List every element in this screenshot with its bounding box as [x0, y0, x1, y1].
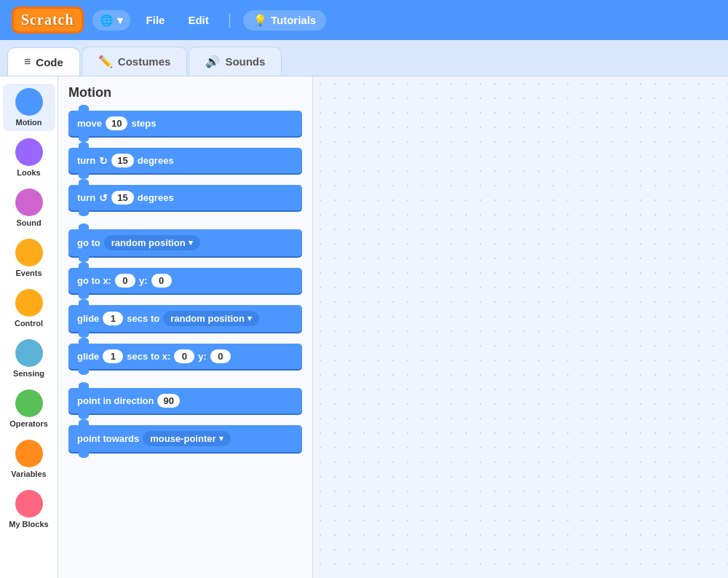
- goto-random-dropdown[interactable]: random position: [104, 235, 200, 250]
- looks-circle: [15, 138, 43, 166]
- variables-circle: [15, 440, 43, 467]
- point-direction-input[interactable]: 90: [157, 394, 179, 408]
- edit-menu-button[interactable]: Edit: [181, 9, 215, 31]
- point-direction-text: point in direction: [77, 395, 154, 406]
- sound-circle: [15, 189, 43, 216]
- glide-random-text: glide: [77, 313, 99, 324]
- goto-xy-text: go to x:: [77, 275, 111, 286]
- sidebar-item-operators[interactable]: Operators: [3, 385, 55, 432]
- tab-code[interactable]: ≡ Code: [7, 47, 80, 76]
- glide-xy-y-text: y:: [198, 351, 207, 362]
- block-group-goto-random: go to random position: [68, 229, 302, 261]
- sounds-tab-label: Sounds: [225, 55, 265, 68]
- turn-cw-text: turn: [77, 155, 95, 166]
- main-layout: Motion Looks Sound Events Control Sensin…: [0, 76, 728, 578]
- myblocks-circle: [15, 490, 43, 518]
- turn-ccw-input[interactable]: 15: [111, 191, 133, 205]
- motion-label: Motion: [15, 118, 41, 127]
- blocks-panel: Motion move 10 steps turn ↻ 15 degrees t…: [58, 76, 313, 578]
- sound-label: Sound: [16, 218, 41, 227]
- tabs-bar: ≡ Code ✏️ Costumes 🔊 Sounds: [0, 40, 728, 76]
- looks-label: Looks: [17, 168, 40, 177]
- glide-xy-secs-input[interactable]: 1: [103, 349, 123, 363]
- header: Scratch 🌐 ▾ File Edit | 💡 Tutorials: [0, 0, 728, 40]
- glide-random-secs-text: secs to: [127, 313, 159, 324]
- blocks-title: Motion: [68, 85, 302, 100]
- goto-x-input[interactable]: 0: [115, 274, 135, 288]
- variables-label: Variables: [11, 470, 46, 478]
- turn-cw-degrees-text: degrees: [138, 155, 174, 166]
- sensing-circle: [15, 339, 43, 367]
- glide-random-dropdown[interactable]: random position: [163, 311, 259, 326]
- block-point-direction[interactable]: point in direction 90: [68, 388, 302, 413]
- sidebar-item-sound[interactable]: Sound: [3, 184, 55, 231]
- sidebar-item-myblocks[interactable]: My Blocks: [3, 486, 55, 533]
- move-text: move: [77, 118, 102, 129]
- glide-y-input[interactable]: 0: [210, 349, 231, 363]
- myblocks-label: My Blocks: [9, 520, 48, 528]
- workspace: [313, 76, 728, 578]
- glide-xy-secs-text: secs to x:: [127, 351, 170, 362]
- sidebar-item-sensing[interactable]: Sensing: [3, 335, 55, 382]
- block-move-steps[interactable]: move 10 steps: [68, 111, 302, 136]
- globe-button[interactable]: 🌐 ▾: [92, 10, 130, 31]
- sidebar-item-motion[interactable]: Motion: [3, 84, 55, 131]
- costumes-tab-label: Costumes: [118, 55, 171, 68]
- code-tab-label: Code: [36, 56, 63, 68]
- turn-cw-icon: ↻: [99, 155, 108, 167]
- glide-xy-text: glide: [77, 351, 99, 362]
- control-circle: [15, 289, 43, 317]
- block-glide-xy[interactable]: glide 1 secs to x: 0 y: 0: [68, 344, 302, 369]
- sidebar-item-control[interactable]: Control: [3, 285, 55, 332]
- move-steps-text: steps: [131, 118, 156, 129]
- point-towards-dropdown[interactable]: mouse-pointer: [143, 431, 230, 446]
- block-turn-ccw[interactable]: turn ↺ 15 degrees: [68, 185, 302, 210]
- block-group-goto-xy: go to x: 0 y: 0: [68, 268, 302, 298]
- tab-costumes[interactable]: ✏️ Costumes: [82, 47, 188, 76]
- move-steps-input[interactable]: 10: [106, 116, 127, 130]
- point-towards-text: point towards: [77, 433, 139, 444]
- sensing-label: Sensing: [13, 369, 44, 378]
- tutorials-icon: 💡: [253, 14, 267, 27]
- operators-label: Operators: [9, 419, 48, 428]
- block-goto-xy[interactable]: go to x: 0 y: 0: [68, 268, 302, 293]
- block-goto-random[interactable]: go to random position: [68, 229, 302, 256]
- block-glide-random[interactable]: glide 1 secs to random position: [68, 305, 302, 332]
- sidebar-item-events[interactable]: Events: [3, 234, 55, 282]
- tutorials-button[interactable]: 💡 Tutorials: [243, 10, 326, 31]
- events-label: Events: [15, 269, 41, 277]
- sidebar-item-variables[interactable]: Variables: [3, 435, 55, 483]
- block-group-turn-cw: turn ↻ 15 degrees: [68, 148, 302, 178]
- block-turn-cw[interactable]: turn ↻ 15 degrees: [68, 148, 302, 173]
- turn-cw-input[interactable]: 15: [111, 154, 133, 167]
- globe-dropdown-icon: ▾: [117, 14, 123, 27]
- block-group-glide-xy: glide 1 secs to x: 0 y: 0: [68, 344, 302, 373]
- control-label: Control: [15, 319, 43, 328]
- glide-x-input[interactable]: 0: [174, 349, 194, 363]
- sidebar: Motion Looks Sound Events Control Sensin…: [0, 76, 58, 578]
- block-group-move: move 10 steps: [68, 111, 302, 140]
- glide-random-secs-input[interactable]: 1: [103, 312, 123, 325]
- operators-circle: [15, 389, 43, 417]
- goto-random-text: go to: [77, 237, 100, 248]
- tutorials-label: Tutorials: [271, 14, 316, 26]
- sounds-tab-icon: 🔊: [205, 55, 220, 68]
- goto-y-input[interactable]: 0: [151, 274, 172, 288]
- events-circle: [15, 239, 43, 266]
- file-menu-button[interactable]: File: [139, 9, 173, 31]
- block-group-point-towards: point towards mouse-pointer: [68, 425, 302, 456]
- turn-ccw-icon: ↺: [99, 192, 108, 204]
- block-group-glide-random: glide 1 secs to random position: [68, 305, 302, 336]
- goto-xy-y-text: y:: [139, 275, 148, 286]
- block-point-towards[interactable]: point towards mouse-pointer: [68, 425, 302, 452]
- code-tab-icon: ≡: [24, 55, 31, 68]
- turn-ccw-text: turn: [77, 192, 95, 203]
- header-separator: |: [228, 12, 232, 28]
- tab-sounds[interactable]: 🔊 Sounds: [189, 47, 282, 76]
- block-group-point-direction: point in direction 90: [68, 388, 302, 418]
- scratch-logo[interactable]: Scratch: [12, 7, 84, 33]
- costumes-tab-icon: ✏️: [98, 55, 113, 68]
- globe-icon: 🌐: [100, 14, 114, 27]
- block-group-turn-ccw: turn ↺ 15 degrees: [68, 185, 302, 215]
- sidebar-item-looks[interactable]: Looks: [3, 134, 55, 181]
